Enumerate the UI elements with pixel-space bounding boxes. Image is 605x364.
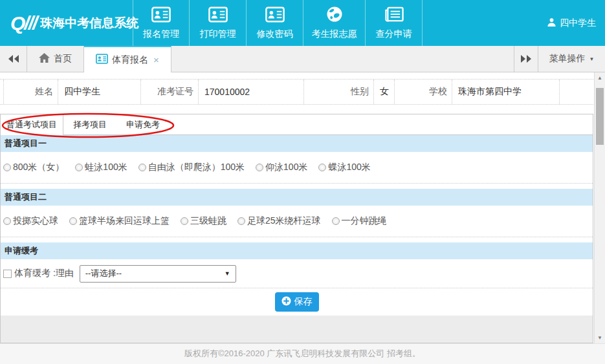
user-name: 四中学生 [560, 17, 596, 29]
menu-operations-dropdown[interactable]: 菜单操作 ▼ [538, 46, 605, 72]
option-label: 三级蛙跳 [190, 215, 226, 227]
deferral-label: 体育缓考 :理由 [14, 268, 74, 279]
normal-item-1-options: 800米（女） 蛙泳100米 自由泳（即爬泳）100米 仰泳100米 蝶泳100… [1, 152, 593, 184]
save-row: 保存 [1, 288, 593, 316]
app-title: 珠海中考信息系统 [40, 15, 138, 32]
radio-button[interactable] [3, 164, 11, 171]
vertical-scrollbar[interactable]: ▲ ▼ [594, 72, 605, 343]
radio-button[interactable] [75, 164, 83, 171]
ticket-label: 准考证号 [141, 80, 199, 104]
radio-button[interactable] [332, 217, 340, 225]
radio-option[interactable]: 投掷实心球 [3, 215, 58, 227]
option-label: 篮球半场来回运球上篮 [79, 215, 170, 227]
copyright-text: 版权所有©2016-2020 广东讯飞启明科技发展有限公司 招考组。 [184, 348, 421, 358]
app-window: Q/// 珠海中考信息系统 报名管理 打印管理 修改密码 [0, 0, 605, 364]
nav-signup-management[interactable]: 报名管理 [133, 0, 190, 46]
tabbar-spacer [171, 46, 514, 72]
student-info-bar: 姓名 四中学生 准考证号 170010002 性别 女 学校 珠海市第四中学 [0, 79, 593, 105]
content-area: 姓名 四中学生 准考证号 170010002 性别 女 学校 珠海市第四中学 普… [0, 72, 605, 343]
sports-registration-panel: 普通考试项目 择考项目 申请免考 普通项目一 800米（女） 蛙泳100米 自由… [0, 114, 593, 343]
radio-option[interactable]: 800米（女） [3, 162, 64, 173]
option-label: 800米（女） [13, 162, 64, 173]
normal-item-2-options: 投掷实心球 篮球半场来回运球上篮 三级蛙跳 足球25米绕杆运球 一分钟跳绳 [1, 206, 593, 237]
idcard-icon [208, 6, 228, 25]
radio-button[interactable] [318, 164, 326, 171]
radio-option[interactable]: 三级蛙跳 [181, 215, 226, 227]
exam-tabs-filler [170, 114, 593, 135]
tab-sports-registration[interactable]: 体育报名 × [84, 46, 171, 72]
gender-label: 性别 [304, 80, 374, 104]
option-label: 仰泳100米 [265, 162, 307, 173]
nav-label: 查分申请 [376, 28, 412, 40]
option-label: 蝶泳100米 [328, 162, 370, 173]
ticket-value: 170010002 [199, 80, 304, 104]
brand-logo: Q/// [10, 12, 36, 34]
deferral-checkbox[interactable] [3, 270, 12, 278]
section-header-apply-deferral: 申请缓考 [1, 242, 593, 259]
idcard-icon [96, 54, 108, 66]
tab-label: 体育报名 [112, 54, 148, 66]
nav-candidate-volunteer[interactable]: 考生报志愿 [303, 0, 366, 46]
radio-button[interactable] [138, 164, 146, 171]
nav-label: 打印管理 [200, 28, 236, 40]
radio-button[interactable] [181, 217, 188, 225]
nav-score-review[interactable]: 查分申请 [366, 0, 423, 46]
radio-button[interactable] [3, 217, 11, 225]
tab-bar: 首页 体育报名 × 菜单操作 ▼ [0, 46, 605, 72]
option-label: 一分钟跳绳 [342, 215, 387, 227]
radio-option[interactable]: 篮球半场来回运球上篮 [69, 215, 170, 227]
section-header-normal-item-2: 普通项目二 [1, 189, 593, 206]
tabs-scroll-right-button[interactable] [514, 46, 538, 72]
name-label: 姓名 [3, 80, 58, 104]
nav-change-password[interactable]: 修改密码 [247, 0, 303, 46]
radio-button[interactable] [256, 164, 263, 171]
radio-option[interactable]: 自由泳（即爬泳）100米 [138, 162, 245, 173]
radio-option[interactable]: 仰泳100米 [256, 162, 307, 173]
section-header-normal-item-1: 普通项目一 [1, 135, 593, 152]
radio-option[interactable]: 足球25米绕杆运球 [237, 215, 321, 227]
radio-button[interactable] [69, 217, 77, 225]
tab-normal-exam-items[interactable]: 普通考试项目 [1, 114, 63, 135]
tab-home[interactable]: 首页 [27, 46, 84, 72]
deferral-row: 体育缓考 :理由 --请选择-- ▼ [1, 259, 593, 288]
globe-icon [326, 6, 343, 25]
nav-label: 修改密码 [257, 28, 293, 40]
brand: Q/// 珠海中考信息系统 [0, 0, 133, 46]
radio-option[interactable]: 蛙泳100米 [75, 162, 127, 173]
gender-value: 女 [374, 80, 395, 104]
chevron-down-icon: ▼ [589, 56, 595, 62]
tab-elective-exam-items[interactable]: 择考项目 [63, 114, 116, 135]
app-header: Q/// 珠海中考信息系统 报名管理 打印管理 修改密码 [0, 0, 605, 46]
radio-option[interactable]: 蝶泳100米 [318, 162, 370, 173]
save-button[interactable]: 保存 [275, 292, 319, 312]
scroll-down-icon[interactable]: ▼ [595, 332, 605, 343]
tab-label: 首页 [54, 53, 72, 65]
name-value: 四中学生 [58, 80, 141, 104]
tab-apply-exemption[interactable]: 申请免考 [116, 114, 170, 135]
option-label: 投掷实心球 [13, 215, 58, 227]
menu-ops-label: 菜单操作 [549, 53, 586, 65]
radio-option[interactable]: 一分钟跳绳 [332, 215, 387, 227]
close-tab-icon[interactable]: × [153, 54, 159, 65]
home-icon [39, 53, 50, 65]
save-label: 保存 [294, 296, 313, 308]
nav-label: 报名管理 [143, 28, 179, 40]
radio-button[interactable] [237, 217, 245, 225]
option-label: 自由泳（即爬泳）100米 [148, 162, 245, 173]
idcard-icon [151, 6, 171, 25]
current-user[interactable]: 四中学生 [547, 0, 605, 46]
option-label: 足球25米绕杆运球 [247, 215, 321, 227]
deferral-reason-select[interactable]: --请选择-- ▼ [80, 265, 236, 283]
user-icon [547, 17, 556, 29]
tabs-scroll-left-button[interactable] [0, 46, 27, 72]
panel-bottom-filler [1, 316, 593, 343]
double-chevron-left-icon [8, 55, 19, 63]
newspaper-icon [384, 6, 404, 25]
select-arrow-icon: ▼ [225, 270, 230, 277]
scrollbar-thumb[interactable] [596, 88, 604, 145]
exam-tabs: 普通考试项目 择考项目 申请免考 [1, 114, 593, 135]
main-nav: 报名管理 打印管理 修改密码 考生报志愿 [133, 0, 423, 46]
select-value: --请选择-- [85, 268, 122, 279]
nav-print-management[interactable]: 打印管理 [190, 0, 247, 46]
scroll-up-icon[interactable]: ▲ [595, 72, 605, 83]
